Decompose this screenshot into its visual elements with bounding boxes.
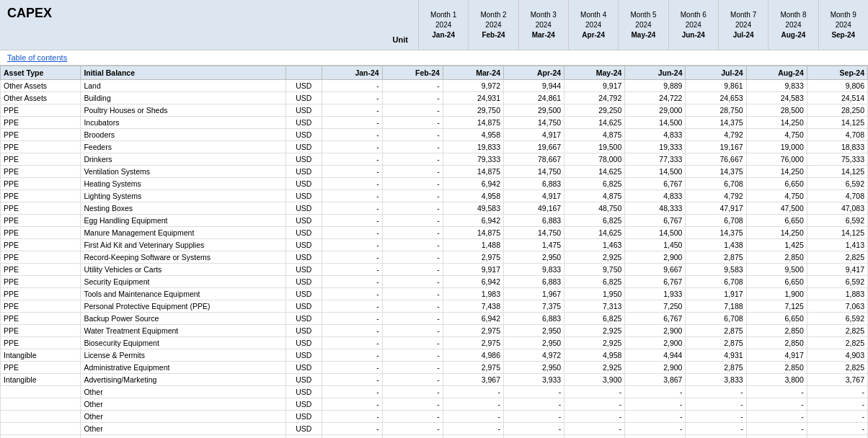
cell-asset-type: PPE: [1, 104, 81, 117]
cell-value: 14,625: [564, 117, 625, 129]
cell-unit: USD: [286, 190, 322, 202]
cell-balance: Record-Keeping Software or Systems: [81, 251, 286, 264]
month-col-May-24: Month 52024May-24: [618, 0, 668, 50]
cell-value: 24,861: [504, 92, 564, 104]
cell-value: 78,667: [504, 153, 564, 166]
month-col-Jan-24: Month 12024Jan-24: [418, 0, 468, 50]
cell-value: 19,333: [625, 141, 686, 153]
cell-value: -: [382, 80, 443, 92]
cell-value: 6,708: [686, 178, 746, 190]
cell-asset-type: PPE: [1, 215, 81, 227]
cell-value: 47,917: [686, 202, 746, 215]
cell-value: 4,958: [443, 190, 503, 202]
cell-value: 1,413: [807, 239, 867, 251]
cell-value: -: [564, 423, 625, 435]
cell-value: -: [322, 141, 382, 153]
cell-asset-type: Other Assets: [1, 80, 81, 92]
cell-value: 4,917: [746, 349, 807, 362]
cell-value: 4,986: [443, 349, 503, 362]
cell-value: 1,883: [807, 288, 867, 300]
cell-value: 6,883: [504, 276, 564, 288]
cell-value: -: [382, 239, 443, 251]
cell-asset-type: PPE: [1, 129, 81, 141]
cell-asset-type: PPE: [1, 300, 81, 313]
cell-value: 24,931: [443, 92, 503, 104]
cell-value: 3,967: [443, 374, 503, 386]
cell-value: 7,250: [625, 300, 686, 313]
cell-asset-type: Intangible: [1, 374, 81, 386]
cell-value: 6,767: [625, 178, 686, 190]
col-header-Mar-24: Mar-24: [443, 66, 503, 80]
col-header-Aug-24: Aug-24: [746, 66, 807, 80]
cell-value: 6,883: [504, 178, 564, 190]
cell-value: 9,583: [686, 264, 746, 276]
cell-unit: USD: [286, 178, 322, 190]
cell-value: -: [322, 178, 382, 190]
cell-value: -: [686, 423, 746, 435]
cell-value: 2,850: [746, 337, 807, 349]
cell-value: -: [807, 398, 867, 411]
cell-value: -: [322, 227, 382, 239]
cell-value: 2,900: [625, 325, 686, 337]
cell-value: -: [322, 386, 382, 398]
cell-value: 4,958: [443, 129, 503, 141]
cell-value: 14,500: [625, 166, 686, 178]
cell-balance: Other: [81, 386, 286, 398]
cell-value: 4,792: [686, 129, 746, 141]
cell-value: 24,653: [686, 92, 746, 104]
cell-value: 14,750: [504, 227, 564, 239]
cell-value: 4,903: [807, 349, 867, 362]
months-header: Month 12024Jan-24Month 22024Feb-24Month …: [418, 0, 868, 50]
cell-balance: Lighting Systems: [81, 190, 286, 202]
cell-value: -: [807, 411, 867, 423]
cell-value: 4,875: [564, 190, 625, 202]
cell-value: -: [504, 411, 564, 423]
cell-value: 14,375: [686, 117, 746, 129]
cell-asset-type: PPE: [1, 251, 81, 264]
table-row: PPEPersonal Protective Equipment (PPE)US…: [1, 300, 868, 313]
cell-value: 1,475: [504, 239, 564, 251]
cell-value: 9,944: [504, 80, 564, 92]
cell-value: -: [746, 398, 807, 411]
cell-value: 14,250: [746, 227, 807, 239]
cell-value: -: [504, 386, 564, 398]
cell-unit: USD: [286, 362, 322, 374]
cell-value: 29,000: [625, 104, 686, 117]
cell-value: 14,500: [625, 227, 686, 239]
cell-value: -: [382, 251, 443, 264]
cell-value: -: [382, 398, 443, 411]
cell-value: 1,463: [564, 239, 625, 251]
cell-value: 6,942: [443, 313, 503, 325]
cell-value: 1,950: [564, 288, 625, 300]
cell-value: 7,375: [504, 300, 564, 313]
cell-asset-type: [1, 423, 81, 435]
cell-asset-type: Intangible: [1, 349, 81, 362]
cell-value: -: [322, 300, 382, 313]
cell-value: 2,850: [746, 362, 807, 374]
cell-value: 78,000: [564, 153, 625, 166]
cell-value: 6,592: [807, 178, 867, 190]
toc-link[interactable]: Table of contents: [7, 53, 67, 62]
cell-value: 7,188: [686, 300, 746, 313]
col-header-Jun-24: Jun-24: [625, 66, 686, 80]
cell-asset-type: PPE: [1, 288, 81, 300]
table-row: PPEManure Management EquipmentUSD--14,87…: [1, 227, 868, 239]
cell-value: 7,063: [807, 300, 867, 313]
cell-value: 49,167: [504, 202, 564, 215]
cell-value: 6,592: [807, 215, 867, 227]
cell-value: 24,722: [625, 92, 686, 104]
cell-value: -: [382, 141, 443, 153]
table-row: Other AssetsLandUSD--9,9729,9449,9179,88…: [1, 80, 868, 92]
table-row: PPEPoultry Houses or ShedsUSD--29,75029,…: [1, 104, 868, 117]
cell-unit: USD: [286, 288, 322, 300]
cell-value: 2,975: [443, 337, 503, 349]
month-col-Sep-24: Month 92024Sep-24: [818, 0, 868, 50]
cell-value: 14,125: [807, 166, 867, 178]
table-row: PPEBackup Power SourceUSD--6,9426,8836,8…: [1, 313, 868, 325]
cell-value: 4,944: [625, 349, 686, 362]
cell-asset-type: PPE: [1, 325, 81, 337]
cell-value: 19,500: [564, 141, 625, 153]
cell-value: -: [686, 386, 746, 398]
cell-value: 6,767: [625, 276, 686, 288]
cell-balance: Building: [81, 92, 286, 104]
